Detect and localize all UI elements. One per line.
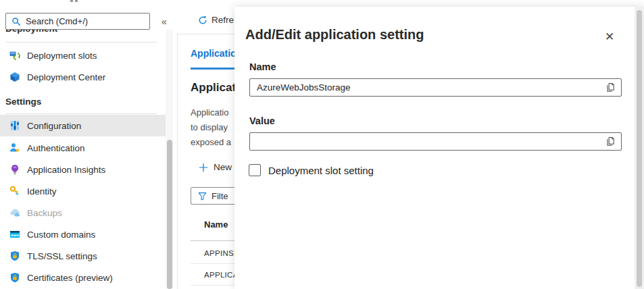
divider [191, 240, 234, 241]
sidebar-item-tls-ssl-settings[interactable]: TLS/SSL settings [0, 245, 166, 267]
close-icon[interactable]: ✕ [601, 29, 618, 45]
value-field-label: Value [249, 115, 275, 126]
deployment-slot-setting-label: Deployment slot setting [268, 165, 374, 176]
dialog-scrollbar-thumb[interactable] [637, 10, 642, 287]
table-row[interactable]: APPLICA [204, 271, 234, 279]
sidebar-scrollbar-thumb[interactable] [167, 140, 172, 289]
copy-button[interactable] [605, 136, 616, 147]
copy-icon [605, 82, 616, 93]
refresh-button[interactable]: Refre [198, 15, 234, 25]
card-border [177, 34, 234, 34]
authentication-icon [9, 142, 20, 153]
sidebar-item-label: Deployment Center [27, 72, 105, 82]
sidebar-item-configuration[interactable]: Configuration [0, 115, 166, 136]
name-field-label: Name [249, 61, 276, 72]
tab-underline [191, 68, 234, 70]
dialog-title: Add/Edit application setting [245, 27, 424, 43]
sidebar-item-label: Backups [27, 208, 62, 218]
sidebar-item-identity[interactable]: Identity [0, 180, 166, 202]
sidebar-item-label: Custom domains [27, 230, 95, 240]
sidebar-item-custom-domains[interactable]: www Custom domains [0, 224, 166, 245]
sidebar-item-deployment-slots[interactable]: Deployment slots [0, 45, 166, 66]
plus-icon [199, 163, 208, 172]
sidebar-item-label: Certificates (preview) [27, 273, 113, 283]
backups-icon [9, 207, 20, 218]
filter-input[interactable]: Filte [191, 187, 234, 205]
shield-lock-icon [9, 251, 20, 261]
sidebar-item-deployment-center[interactable]: Deployment Center [0, 66, 166, 88]
search-input[interactable] [26, 16, 145, 26]
clipped-text-fragment [70, 0, 73, 2]
nav-section-settings: Settings [5, 97, 41, 107]
name-field[interactable]: AzureWebJobsStorage [249, 78, 622, 97]
sidebar-item-certificates[interactable]: Certificates (preview) [0, 267, 166, 288]
name-field-value: AzureWebJobsStorage [257, 82, 605, 93]
copy-icon [605, 136, 616, 147]
sidebar-item-label: Configuration [27, 121, 81, 131]
sidebar-item-application-insights[interactable]: Application Insights [0, 159, 166, 180]
application-insights-icon [9, 164, 20, 175]
section-heading: Applicat [191, 81, 234, 95]
tab-application-settings[interactable]: Applicatio [191, 48, 234, 59]
divider [5, 113, 157, 114]
clipped-text-fragment [75, 0, 78, 2]
divider [191, 263, 234, 264]
divider [5, 42, 157, 43]
card-border [177, 34, 178, 289]
shield-lock-icon [9, 272, 20, 283]
table-header-name: Name [204, 219, 228, 230]
divider [191, 285, 234, 286]
nav-section-deployment: Deployment [5, 30, 57, 36]
identity-icon [9, 186, 20, 196]
collapse-sidebar-button[interactable]: « [157, 16, 171, 28]
copy-button[interactable] [605, 82, 616, 93]
sidebar-search-box[interactable] [5, 13, 150, 30]
sidebar-item-authentication[interactable]: Authentication [0, 137, 166, 159]
table-row[interactable]: APPINSI [204, 249, 234, 257]
deployment-center-icon [9, 72, 20, 82]
azure-portal-configuration-page: « Deployment Deployment slots Deployment… [0, 0, 644, 289]
search-icon [11, 17, 21, 26]
new-application-setting-button[interactable]: New [199, 162, 232, 172]
svg-text:www: www [11, 234, 19, 237]
sidebar-item-label: TLS/SSL settings [27, 251, 97, 261]
configuration-content-pane: Refre Applicatio Applicat Applicatio to … [174, 0, 234, 289]
custom-domains-icon: www [9, 229, 20, 240]
sidebar-item-label: Application Insights [27, 165, 105, 175]
refresh-icon [198, 16, 207, 25]
sidebar-item-label: Deployment slots [27, 51, 97, 61]
section-description: Applicatio to display exposed a [191, 105, 231, 150]
value-field[interactable] [249, 132, 622, 151]
add-edit-application-setting-dialog: Add/Edit application setting ✕ Name Azur… [234, 7, 644, 289]
sidebar-item-label: Identity [27, 186, 57, 196]
sidebar-item-backups[interactable]: Backups [0, 202, 166, 224]
sidebar-item-label: Authentication [27, 143, 85, 153]
deployment-slot-setting-checkbox[interactable] [249, 164, 261, 176]
configuration-icon [9, 120, 20, 131]
filter-icon [198, 192, 207, 201]
deployment-slots-icon [9, 50, 20, 61]
